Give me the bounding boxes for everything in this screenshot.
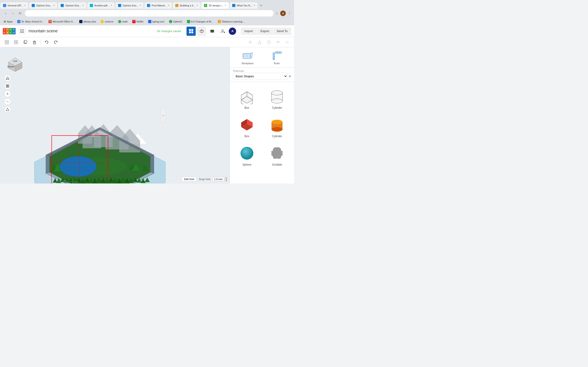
delete-button[interactable] <box>30 38 39 46</box>
bookmark-science[interactable]: science <box>99 19 115 24</box>
bookmark-netflix[interactable]: N Netflix <box>130 19 145 24</box>
grid-view-button[interactable] <box>187 27 196 36</box>
canvas-area[interactable]: TOP FRONT + − <box>0 47 230 184</box>
new-tab-button[interactable]: + <box>258 2 264 9</box>
tab-icon-whatyou: W <box>232 4 235 7</box>
tab-whatyou[interactable]: W What You N... × <box>229 2 258 9</box>
shape-tool-1[interactable] <box>255 38 264 46</box>
url-input[interactable]: tinkercad.com/things/cCDm72JS7lf-mountai… <box>25 10 274 17</box>
tinkercad-logo[interactable]: T I N K E R C D <box>3 28 16 34</box>
shape-label-cylinder-solid: Cylinder <box>272 135 282 138</box>
shapes-source-area: Tinkercad Basic Shapes ▼ <box>233 69 291 80</box>
tab-icon-general <box>3 4 6 7</box>
zoom-out-button[interactable]: − <box>4 98 11 105</box>
tab-close-building[interactable]: × <box>197 4 198 7</box>
tab-another[interactable]: Another.pdf... × <box>87 2 115 9</box>
snap-grid-control[interactable]: 1.0 mm ▲ ▼ <box>212 177 228 182</box>
bookmark-optionc[interactable]: OptionC <box>167 19 184 24</box>
home-view-button[interactable] <box>4 75 11 82</box>
tab-close-another[interactable]: × <box>111 4 112 7</box>
user-add-button[interactable] <box>218 27 227 36</box>
tab-close-opinion1[interactable]: × <box>53 4 55 7</box>
ruler-tool[interactable]: Ruler <box>271 50 282 65</box>
tab-close-opinion3[interactable]: × <box>140 4 141 7</box>
snap-grid-stepper[interactable]: ▲ ▼ <box>225 177 228 182</box>
tab-postattend[interactable]: Z Post Attend... × <box>144 2 172 9</box>
redo-button[interactable] <box>52 38 60 46</box>
shape-tool-2[interactable] <box>265 38 273 46</box>
svg-point-148 <box>271 120 283 124</box>
light-tool[interactable] <box>246 38 254 46</box>
svg-rect-107 <box>243 54 251 58</box>
project-title[interactable]: mountain scene <box>28 29 154 33</box>
send-to-button[interactable]: Send To <box>273 27 291 35</box>
forward-button[interactable]: › <box>10 10 16 16</box>
group-button[interactable] <box>3 38 11 46</box>
toolbar-separator-1 <box>40 40 41 45</box>
shape-cylinder-wireframe[interactable]: Cylinder <box>263 85 292 111</box>
bookmark-typing[interactable]: typing.com <box>146 19 166 24</box>
3d-view-button[interactable] <box>197 27 206 36</box>
mirror-tool[interactable] <box>283 38 291 46</box>
shape-sphere-solid[interactable]: Sphere <box>233 142 261 168</box>
shapes-category-select[interactable]: Basic Shapes <box>233 73 288 80</box>
3d-scene[interactable]: Workp... <box>14 54 186 184</box>
snap-grid-value[interactable]: 1.0 mm <box>212 177 224 181</box>
align-tool[interactable] <box>274 38 282 46</box>
shapes-source-label: Tinkercad <box>233 69 291 72</box>
tab-label-opinion2: Opinion Ess... <box>65 4 81 7</box>
shape-cylinder-solid[interactable]: Cylinder <box>263 113 292 140</box>
user-avatar[interactable]: A <box>229 27 236 35</box>
workplane-tool[interactable]: Workplane <box>242 50 254 65</box>
bookmark-apps[interactable]: ⊞ Apps <box>2 19 15 24</box>
menu-icon[interactable] <box>18 27 26 35</box>
tab-general[interactable]: General (6P... × <box>0 2 29 9</box>
shape-icon-cylinder-wireframe <box>268 86 286 105</box>
storage-button[interactable] <box>208 27 217 36</box>
snap-grid-down[interactable]: ▼ <box>225 179 228 182</box>
tab-opinion1[interactable]: W Opinion Ess... × <box>29 2 58 9</box>
tab-close-whatyou[interactable]: × <box>254 4 255 7</box>
svg-rect-15 <box>5 40 9 44</box>
zoom-in-button[interactable]: + <box>4 90 11 97</box>
profile-button[interactable]: A <box>280 10 286 16</box>
logo-letter-a: D <box>12 31 16 34</box>
perspective-button[interactable] <box>4 106 11 113</box>
browser-menu-button[interactable]: ⋮ <box>288 11 291 16</box>
reload-button[interactable]: ↻ <box>17 10 23 16</box>
shape-box-wireframe[interactable]: Box <box>233 85 261 111</box>
workplane-icon <box>242 50 253 61</box>
bookmark-disney[interactable]: disney plus <box>78 19 98 24</box>
main-area: TOP FRONT + − <box>0 47 294 184</box>
tab-opinion2[interactable]: W Opinion Ess... × <box>58 2 86 9</box>
tab-opinion3[interactable]: W Opinion Ess... × <box>115 2 144 9</box>
edit-grid-button[interactable]: Edit Grid <box>182 177 197 182</box>
bookmark-math[interactable]: math <box>116 19 130 24</box>
bookmark-stmary[interactable]: St. Mary School H... <box>15 19 46 24</box>
tab-close-general[interactable]: × <box>24 4 26 7</box>
ungroup-button[interactable] <box>12 38 20 46</box>
svg-rect-47 <box>8 86 9 87</box>
back-button[interactable]: ‹ <box>3 10 8 16</box>
svg-rect-46 <box>6 86 7 87</box>
tab-3ddesign[interactable]: T 3D design r... × <box>201 2 229 9</box>
tab-close-opinion2[interactable]: × <box>82 4 84 7</box>
duplicate-button[interactable] <box>21 38 29 46</box>
bookmark-distancelearning[interactable]: Distance Learning... <box>216 19 246 24</box>
bookmark-msoffice[interactable]: O Microsoft Office H... <box>47 19 77 24</box>
tab-building[interactable]: 🏫 Building a 3... × <box>172 2 201 9</box>
shape-scribble[interactable]: Scribble <box>263 142 292 168</box>
undo-button[interactable] <box>43 38 51 46</box>
tab-close-postattend[interactable]: × <box>168 4 170 7</box>
shape-box-solid[interactable]: Box <box>233 113 261 140</box>
import-button[interactable]: Import <box>241 27 257 35</box>
svg-rect-44 <box>6 85 7 86</box>
fit-view-button[interactable] <box>4 83 11 90</box>
tab-close-3ddesign[interactable]: × <box>225 4 226 7</box>
bookmark-star-icon[interactable]: ☆ <box>275 11 278 15</box>
snap-grid-up[interactable]: ▲ <box>225 177 228 179</box>
shape-icon-scribble <box>268 143 286 162</box>
export-button[interactable]: Export <box>257 27 273 35</box>
bookmark-66changes[interactable]: 6.6 Changes of M... <box>185 19 215 24</box>
collapse-panel-button[interactable]: › <box>161 108 165 122</box>
